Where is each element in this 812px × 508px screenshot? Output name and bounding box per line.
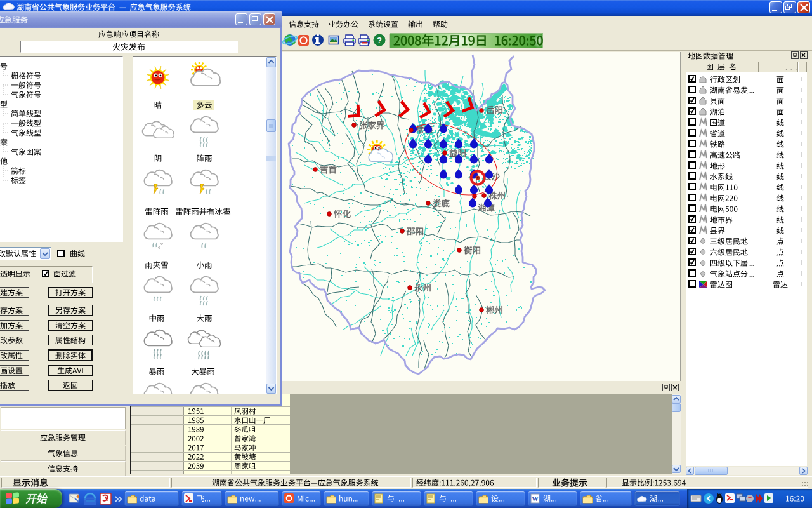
svg-text:?: ?	[377, 36, 382, 45]
svg-text:W: W	[532, 495, 539, 502]
